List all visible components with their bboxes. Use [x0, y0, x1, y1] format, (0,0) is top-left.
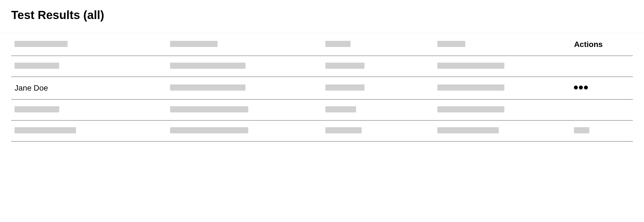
page-title: Test Results (all)	[11, 8, 633, 22]
cell-placeholder	[434, 56, 571, 77]
column-header-placeholder	[167, 33, 322, 56]
column-header-actions: Actions	[571, 33, 633, 56]
cell-placeholder	[167, 77, 322, 100]
cell-placeholder	[11, 100, 167, 121]
skeleton-placeholder	[170, 63, 245, 69]
cell-placeholder	[434, 100, 571, 121]
table-row	[11, 100, 633, 121]
table-row	[11, 56, 633, 77]
more-actions-icon[interactable]	[574, 86, 588, 89]
cell-placeholder	[11, 56, 167, 77]
skeleton-placeholder	[574, 127, 589, 133]
skeleton-placeholder	[325, 41, 350, 47]
cell-placeholder	[167, 100, 322, 121]
skeleton-placeholder	[325, 84, 364, 91]
skeleton-placeholder	[170, 127, 248, 133]
cell-placeholder	[434, 121, 571, 141]
skeleton-placeholder	[437, 106, 504, 112]
cell-placeholder	[167, 121, 322, 141]
skeleton-placeholder	[15, 106, 59, 112]
cell-actions	[571, 77, 633, 100]
cell-actions	[571, 56, 633, 77]
table-header-row: Actions	[11, 33, 633, 56]
skeleton-placeholder	[15, 127, 76, 133]
cell-actions	[571, 100, 633, 121]
skeleton-placeholder	[325, 63, 364, 69]
actions-header-label: Actions	[574, 40, 603, 49]
skeleton-placeholder	[437, 41, 465, 47]
results-table-container: Actions J	[0, 33, 644, 141]
skeleton-placeholder	[437, 63, 504, 69]
skeleton-placeholder	[170, 84, 245, 91]
column-header-placeholder	[11, 33, 167, 56]
cell-placeholder	[322, 121, 434, 141]
skeleton-placeholder	[325, 106, 356, 112]
skeleton-placeholder	[170, 41, 218, 47]
results-table: Actions J	[11, 33, 633, 141]
skeleton-placeholder	[437, 84, 504, 91]
page-header: Test Results (all)	[0, 0, 644, 33]
table-row	[11, 121, 633, 141]
skeleton-placeholder	[170, 106, 248, 112]
skeleton-placeholder	[15, 63, 59, 69]
skeleton-placeholder	[325, 127, 362, 133]
cell-placeholder	[322, 56, 434, 77]
column-header-placeholder	[434, 33, 571, 56]
cell-name: Jane Doe	[11, 77, 167, 100]
name-text: Jane Doe	[15, 84, 48, 92]
table-row: Jane Doe	[11, 77, 633, 100]
cell-placeholder	[434, 77, 571, 100]
column-header-placeholder	[322, 33, 434, 56]
skeleton-placeholder	[15, 41, 68, 47]
cell-placeholder	[167, 56, 322, 77]
cell-placeholder	[322, 77, 434, 100]
cell-placeholder	[322, 100, 434, 121]
cell-placeholder	[11, 121, 167, 141]
skeleton-placeholder	[437, 127, 499, 133]
cell-actions	[571, 121, 633, 141]
